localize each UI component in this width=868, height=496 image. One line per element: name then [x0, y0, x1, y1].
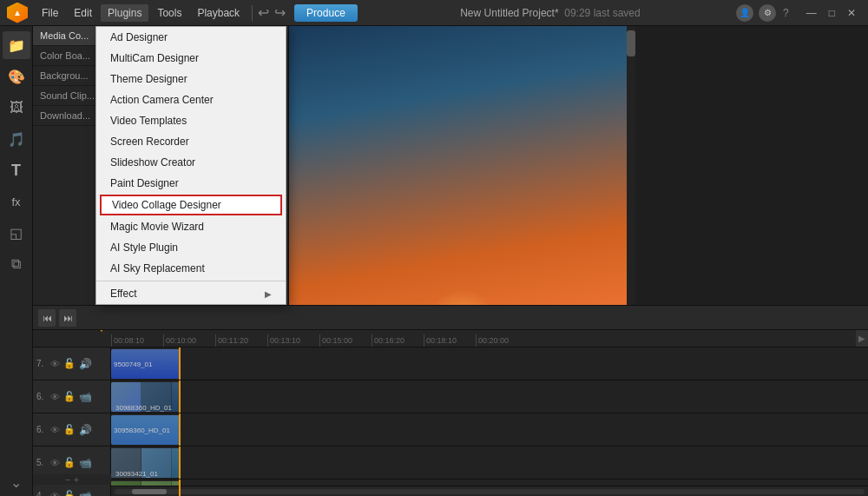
- track-6b-content[interactable]: 30958360_HD_01: [111, 413, 868, 446]
- sidebar-bottom-icon[interactable]: ⌄: [3, 468, 30, 496]
- track-4-icon: 📹: [79, 490, 92, 497]
- menu-multicam[interactable]: MultiCam Designer: [96, 48, 286, 69]
- track-6a-header: 6. 👁 🔓 📹: [33, 380, 111, 413]
- sidebar-transition-icon[interactable]: ⧉: [3, 250, 30, 278]
- playhead-line-3: [179, 413, 181, 446]
- project-title: New Untitled Project* 09:29 last saved: [366, 7, 734, 19]
- track-5-icon: 📹: [79, 457, 92, 469]
- track-5-content[interactable]: 30093421_01: [111, 446, 868, 479]
- timeline-toolbar: ⏮ ⏭: [33, 306, 868, 330]
- ruler-marks: 00:08:10 00:10:00 00:11:20 00:13:10 00:1…: [111, 330, 868, 347]
- track-6a-content[interactable]: 30988360_HD_01: [111, 380, 868, 413]
- menu-ai-style[interactable]: AI Style Plugin: [96, 237, 286, 258]
- track-7-num: 7.: [36, 359, 47, 368]
- maximize-btn[interactable]: □: [824, 5, 840, 21]
- ruler-right-arrow[interactable]: ▶: [856, 330, 868, 347]
- track-6a: 6. 👁 🔓 📹 30988360_HD_01: [33, 380, 868, 413]
- track-6b: 6. 👁 🔓 🔊 30958360_HD_01: [33, 413, 868, 446]
- track-5: 5. 👁 🔓 📹 30093421_01: [33, 446, 868, 479]
- menu-plugins[interactable]: Plugins: [101, 4, 148, 22]
- ruler-mark-6: 00:18:10: [424, 334, 476, 347]
- ruler-mark-2: 00:11:20: [215, 334, 267, 347]
- track-7-lock[interactable]: 🔓: [63, 358, 76, 369]
- tab-download[interactable]: Download...: [33, 106, 102, 126]
- clip-7-label: 9500749_01: [111, 360, 155, 368]
- menu-video-templates[interactable]: Video Templates: [96, 110, 286, 131]
- sidebar-bg-icon[interactable]: 🖼: [3, 94, 30, 122]
- clip-6b-label: 30958360_HD_01: [111, 427, 173, 434]
- sidebar-fx-icon[interactable]: fx: [3, 188, 30, 215]
- tl-home-btn[interactable]: ⏭: [59, 309, 76, 327]
- zoom-out-icon[interactable]: −: [65, 475, 70, 485]
- sidebar-color-icon[interactable]: 🎨: [3, 63, 30, 90]
- ruler-mark-3: 00:13:10: [267, 334, 319, 347]
- track-7-eye[interactable]: 👁: [50, 359, 60, 369]
- track-7-content[interactable]: 9500749_01: [111, 347, 868, 380]
- menu-tools[interactable]: Tools: [150, 4, 188, 22]
- menu-screen-recorder[interactable]: Screen Recorder: [96, 131, 286, 152]
- redo-btn[interactable]: ↪: [274, 4, 286, 21]
- menu-playback[interactable]: Playback: [190, 4, 247, 22]
- menu-action-camera[interactable]: Action Camera Center: [96, 89, 286, 110]
- track-4-num: 4.: [36, 491, 47, 496]
- tab-sound-clips[interactable]: Sound Clip...: [33, 86, 102, 106]
- playhead-marker: [97, 330, 106, 332]
- sidebar-overlay-icon[interactable]: ◱: [3, 219, 30, 247]
- tab-background[interactable]: Backgrou...: [33, 66, 102, 86]
- track-6b-eye[interactable]: 👁: [50, 425, 60, 435]
- clip-5-label: 30093421_01: [113, 470, 161, 478]
- menu-slideshow[interactable]: Slideshow Creator: [96, 152, 286, 173]
- track-6b-icon: 🔊: [79, 424, 92, 436]
- track-6a-num: 6.: [36, 392, 47, 401]
- plugins-dropdown: Ad Designer MultiCam Designer Theme Desi…: [95, 26, 286, 305]
- track-4-eye[interactable]: 👁: [50, 491, 60, 497]
- track-7: 7. 👁 🔓 🔊 9500749_01: [33, 347, 868, 380]
- track-6a-lock[interactable]: 🔓: [63, 391, 76, 402]
- top-right-controls: 👤 ⚙ ? — □ ✕: [736, 4, 861, 22]
- track-7-header: 7. 👁 🔓 🔊: [33, 347, 111, 380]
- track-5-eye[interactable]: 👁: [50, 458, 60, 468]
- settings-icon[interactable]: ⚙: [759, 4, 776, 22]
- ruler-mark-7: 00:20:00: [476, 334, 528, 347]
- left-sidebar: 📁 🎨 🖼 🎵 T fx ◱ ⧉ ⌄: [0, 26, 33, 496]
- close-btn[interactable]: ✕: [842, 5, 861, 21]
- sidebar-text-icon[interactable]: T: [3, 156, 30, 184]
- menu-theme-designer[interactable]: Theme Designer: [96, 69, 286, 89]
- help-icon[interactable]: ?: [781, 5, 791, 21]
- playhead-line-5: [179, 479, 181, 496]
- scrollbar-thumb: [132, 489, 167, 494]
- ruler-mark-4: 00:15:00: [319, 334, 372, 347]
- menu-file[interactable]: File: [35, 4, 65, 22]
- minimize-btn[interactable]: —: [801, 5, 822, 21]
- track-6b-lock[interactable]: 🔓: [63, 424, 76, 435]
- tab-media-content[interactable]: Media Co...: [33, 26, 102, 46]
- track-6b-header: 6. 👁 🔓 🔊: [33, 413, 111, 446]
- ruler-mark-0: 00:08:10: [111, 334, 163, 347]
- zoom-in-icon[interactable]: +: [74, 475, 79, 485]
- clip-6a-label: 30988360_HD_01: [113, 404, 174, 412]
- playhead-line-2: [179, 380, 181, 413]
- menu-edit[interactable]: Edit: [67, 4, 99, 22]
- undo-btn[interactable]: ↩: [258, 4, 269, 21]
- menu-effect[interactable]: Effect ▶: [96, 283, 286, 304]
- playhead-line-4: [179, 446, 181, 479]
- tl-back-btn[interactable]: ⏮: [38, 309, 56, 327]
- menu-magic-movie[interactable]: Magic Movie Wizard: [96, 216, 286, 237]
- submenu-arrow: ▶: [265, 289, 272, 299]
- menu-ad-designer[interactable]: Ad Designer: [96, 27, 286, 48]
- menu-video-collage[interactable]: Video Collage Designer: [100, 195, 282, 215]
- app-logo: ▲: [7, 3, 28, 23]
- tab-color-board[interactable]: Color Boa...: [33, 46, 102, 66]
- menu-ai-sky[interactable]: AI Sky Replacement: [96, 258, 286, 279]
- sidebar-media-icon[interactable]: 📁: [3, 31, 30, 59]
- track-5-lock[interactable]: 🔓: [63, 457, 76, 468]
- produce-button[interactable]: Produce: [294, 4, 358, 22]
- sidebar-sound-icon[interactable]: 🎵: [3, 125, 30, 153]
- user-icon[interactable]: 👤: [736, 4, 753, 22]
- track-5-num: 5.: [36, 458, 47, 467]
- menu-paint-designer[interactable]: Paint Designer: [96, 173, 286, 194]
- track-6a-eye[interactable]: 👁: [50, 392, 60, 402]
- track-4-lock[interactable]: 🔓: [63, 490, 76, 496]
- timeline-scrollbar[interactable]: [111, 486, 868, 496]
- ruler-mark-1: 00:10:00: [163, 334, 215, 347]
